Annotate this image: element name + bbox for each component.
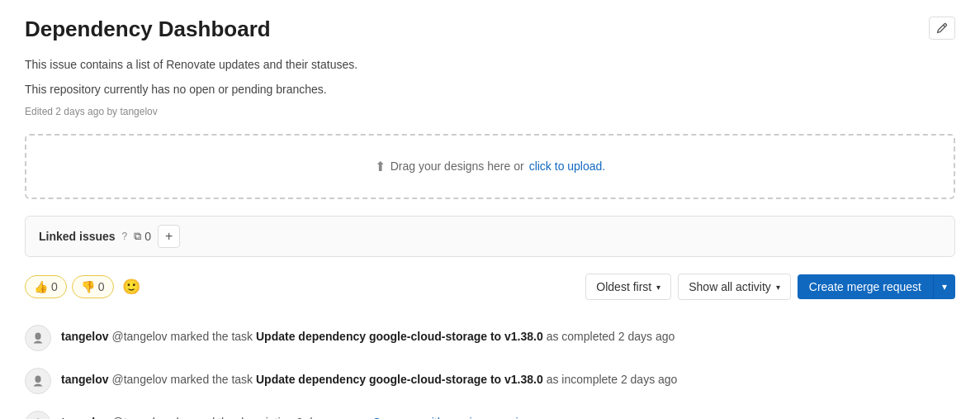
activity-action: @tangelov changed the description 2 days…: [111, 416, 362, 419]
thumbsdown-count: 0: [98, 280, 105, 293]
activity-text: tangelov @tangelov marked the task Updat…: [61, 368, 677, 388]
description-line1: This issue contains a list of Renovate u…: [25, 55, 955, 74]
activity-list: tangelov @tangelov marked the task Updat…: [25, 317, 955, 419]
upload-zone[interactable]: ⬆ Drag your designs here or click to upl…: [25, 134, 955, 199]
create-mr-button[interactable]: Create merge request: [798, 274, 933, 299]
activity-item: tangelov @tangelov marked the task Updat…: [25, 359, 955, 402]
avatar: [25, 325, 51, 351]
activity-task: Update dependency google-cloud-storage t…: [256, 373, 543, 386]
linked-issues-count: 0: [144, 230, 151, 243]
emoji-icon: 🙂: [122, 279, 140, 295]
activity-user: tangelov: [61, 416, 109, 419]
linked-issues-count-area: ⧉ 0: [134, 230, 151, 243]
compare-with-previous-link[interactable]: Compare with previous version: [372, 416, 531, 419]
reactions-toolbar: 👍 0 👎 0 🙂 Oldest first ▾ Show all activi…: [25, 274, 955, 300]
activity-task: Update dependency google-cloud-storage t…: [256, 330, 543, 343]
upload-text: Drag your designs here or: [391, 160, 524, 173]
create-mr-dropdown-button[interactable]: ▾: [933, 274, 955, 299]
page-title: Dependency Dashboard: [25, 17, 271, 42]
linked-issues-bar: Linked issues ? ⧉ 0 +: [25, 216, 955, 257]
thumbsdown-icon: 👎: [81, 280, 95, 293]
activity-suffix: as completed 2 days ago: [547, 330, 675, 343]
activity-item: tangelov @tangelov changed the descripti…: [25, 402, 955, 419]
activity-action: @tangelov marked the task: [111, 373, 256, 386]
edit-button[interactable]: [929, 17, 955, 40]
show-activity-label: Show all activity: [689, 280, 771, 293]
upload-link[interactable]: click to upload.: [529, 160, 606, 173]
show-activity-dropdown[interactable]: Show all activity ▾: [678, 274, 791, 300]
thumbsdown-button[interactable]: 👎 0: [72, 275, 114, 298]
activity-action: @tangelov marked the task: [111, 330, 256, 343]
copy-icon: ⧉: [134, 230, 141, 243]
upload-icon: ⬆: [375, 159, 386, 174]
activity-chevron-icon: ▾: [776, 283, 780, 292]
avatar: [25, 368, 51, 394]
toolbar-right: Oldest first ▾ Show all activity ▾ Creat…: [585, 274, 955, 300]
create-mr-chevron-icon: ▾: [942, 281, 947, 293]
sort-dropdown[interactable]: Oldest first ▾: [585, 274, 671, 300]
activity-suffix: as incomplete 2 days ago: [547, 373, 678, 386]
activity-text: tangelov @tangelov changed the descripti…: [61, 411, 531, 419]
thumbsup-icon: 👍: [34, 280, 48, 293]
sort-chevron-icon: ▾: [656, 283, 660, 292]
reactions-left: 👍 0 👎 0 🙂: [25, 275, 144, 298]
linked-issues-label: Linked issues: [39, 230, 116, 243]
add-linked-issue-button[interactable]: +: [158, 225, 180, 248]
sort-label: Oldest first: [596, 280, 651, 293]
activity-user: tangelov: [61, 330, 109, 343]
thumbsup-count: 0: [51, 280, 58, 293]
thumbsup-button[interactable]: 👍 0: [25, 275, 67, 298]
add-emoji-button[interactable]: 🙂: [119, 276, 144, 298]
activity-item: tangelov @tangelov marked the task Updat…: [25, 317, 955, 359]
description-line2: This repository currently has no open or…: [25, 80, 955, 98]
create-mr-group: Create merge request ▾: [798, 274, 955, 299]
avatar: [25, 411, 51, 419]
edited-meta: Edited 2 days ago by tangelov: [25, 106, 955, 117]
help-icon[interactable]: ?: [122, 231, 128, 242]
activity-user: tangelov: [61, 373, 109, 386]
activity-text: tangelov @tangelov marked the task Updat…: [61, 325, 675, 345]
